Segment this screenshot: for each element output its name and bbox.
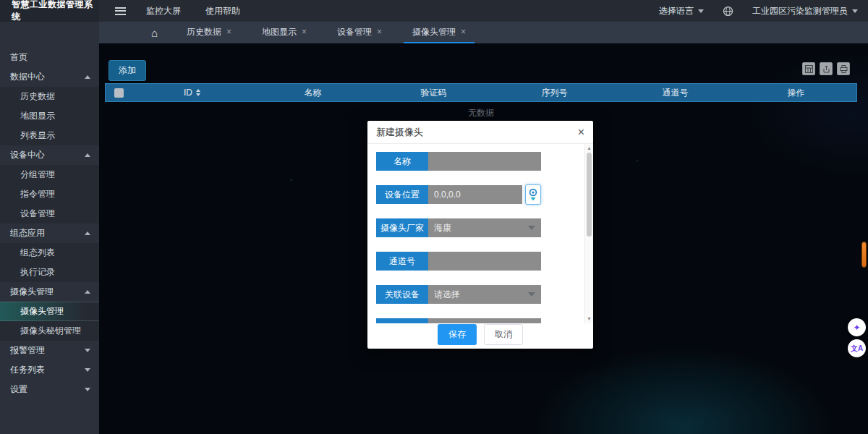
field-label: 关联设备 bbox=[376, 285, 428, 304]
sidebar-group-data-center[interactable]: 数据中心 bbox=[0, 67, 99, 87]
group-label: 任务列表 bbox=[10, 365, 45, 375]
tab-home[interactable]: ⌂ bbox=[144, 22, 165, 43]
sparkle-icon: ✦ bbox=[853, 323, 860, 333]
sidebar-group-task-list[interactable]: 任务列表 bbox=[0, 360, 99, 380]
device-location-input[interactable]: 0.0,0.0 bbox=[428, 185, 522, 204]
sidebar-item-config-list[interactable]: 组态列表 bbox=[0, 243, 99, 263]
table-header: ID 名称 验证码 序列号 通道号 操作 bbox=[105, 83, 857, 102]
sidebar-item-list-display[interactable]: 列表显示 bbox=[0, 126, 99, 145]
tab-history-data[interactable]: 历史数据 × bbox=[178, 22, 240, 43]
column-header-code[interactable]: 验证码 bbox=[373, 87, 494, 99]
save-button[interactable]: 保存 bbox=[438, 324, 477, 345]
sidebar-item-map-display[interactable]: 地图显示 bbox=[0, 106, 99, 126]
sidebar-item-camera-key-management[interactable]: 摄像头秘钥管理 bbox=[0, 321, 99, 341]
home-icon: ⌂ bbox=[151, 27, 158, 39]
printer-icon[interactable] bbox=[837, 62, 850, 75]
field-name: 名称 bbox=[376, 152, 541, 171]
sidebar-item-device-management[interactable]: 设备管理 bbox=[0, 204, 99, 224]
group-label: 设置 bbox=[10, 384, 27, 394]
close-icon[interactable]: × bbox=[226, 27, 231, 36]
field-label: 名称 bbox=[376, 152, 428, 171]
chevron-down-icon bbox=[528, 292, 535, 297]
field-camera-manufacturer: 摄像头厂家 海康 bbox=[376, 218, 541, 237]
sort-icon[interactable] bbox=[196, 89, 200, 96]
sidebar-submenu-camera-management: 摄像头管理 摄像头秘钥管理 bbox=[0, 302, 99, 341]
field-label: 设备位置 bbox=[376, 185, 428, 204]
map-pin-icon bbox=[528, 188, 538, 202]
manufacturer-select[interactable]: 海康 bbox=[428, 218, 541, 237]
scrollbar-thumb[interactable] bbox=[587, 153, 592, 237]
ai-assistant-button[interactable]: ✦ bbox=[848, 318, 866, 336]
sidebar-group-device-center[interactable]: 设备中心 bbox=[0, 145, 99, 165]
menu-item-monitor-screen[interactable]: 监控大屏 bbox=[146, 5, 181, 17]
tab-map-display[interactable]: 地图显示 × bbox=[253, 22, 315, 43]
chevron-down-icon bbox=[85, 388, 90, 391]
sidebar-item-command-management[interactable]: 指令管理 bbox=[0, 184, 99, 204]
column-header-serial[interactable]: 序列号 bbox=[494, 87, 615, 99]
close-icon[interactable]: × bbox=[377, 27, 382, 36]
chevron-up-icon bbox=[85, 153, 90, 157]
associated-device-select[interactable]: 请选择 bbox=[428, 285, 541, 304]
map-pin-button[interactable] bbox=[525, 184, 541, 205]
close-icon[interactable]: × bbox=[578, 127, 584, 138]
page-scrollbar-thumb[interactable] bbox=[861, 242, 867, 268]
group-label: 数据中心 bbox=[10, 72, 45, 82]
new-camera-modal: 新建摄像头 × 名称 设备位置 0.0,0.0 摄像头厂家 bbox=[367, 121, 593, 349]
sidebar-item-history-data[interactable]: 历史数据 bbox=[0, 87, 99, 106]
name-input[interactable] bbox=[428, 152, 541, 171]
table-tools bbox=[802, 62, 850, 75]
column-header-id[interactable]: ID bbox=[132, 88, 252, 98]
column-header-action[interactable]: 操作 bbox=[736, 87, 856, 99]
group-label: 报警管理 bbox=[10, 345, 45, 355]
user-name: 工业园区污染监测管理员 bbox=[752, 5, 848, 17]
language-selector[interactable]: 选择语言 bbox=[659, 5, 704, 17]
chevron-up-icon bbox=[85, 75, 90, 79]
tab-label: 设备管理 bbox=[337, 26, 372, 38]
sidebar-submenu-data-center: 历史数据 地图显示 列表显示 bbox=[0, 87, 99, 145]
sidebar-group-alarm-management[interactable]: 报警管理 bbox=[0, 341, 99, 360]
column-header-channel[interactable]: 通道号 bbox=[615, 87, 736, 99]
chevron-down-icon bbox=[85, 349, 90, 352]
app-screen: 智慧工业数据管理系统 监控大屏 使用帮助 选择语言 工业园区污染监测管理员 ⌂ … bbox=[0, 0, 868, 434]
scroll-up-arrow[interactable]: ▲ bbox=[585, 145, 593, 152]
modal-body: 名称 设备位置 0.0,0.0 摄像头厂家 海康 bbox=[367, 144, 584, 323]
tab-device-management[interactable]: 设备管理 × bbox=[328, 22, 391, 43]
close-icon[interactable]: × bbox=[461, 27, 466, 36]
menu-item-help[interactable]: 使用帮助 bbox=[205, 5, 240, 17]
field-label: 通道号 bbox=[376, 252, 428, 271]
cancel-button[interactable]: 取消 bbox=[484, 324, 523, 345]
modal-header: 新建摄像头 × bbox=[367, 121, 593, 144]
user-menu[interactable]: 工业园区污染监测管理员 bbox=[752, 5, 858, 17]
topbar-right: 选择语言 工业园区污染监测管理员 bbox=[659, 5, 868, 17]
sidebar-item-camera-management[interactable]: 摄像头管理 bbox=[0, 302, 99, 321]
field-channel-number: 通道号 bbox=[376, 252, 541, 271]
sidebar-item-execution-records[interactable]: 执行记录 bbox=[0, 263, 99, 282]
export-icon[interactable] bbox=[820, 62, 833, 75]
collapse-menu-icon[interactable] bbox=[115, 7, 126, 15]
sidebar-group-settings[interactable]: 设置 bbox=[0, 380, 99, 399]
select-all-checkbox[interactable] bbox=[114, 88, 124, 98]
topbar: 智慧工业数据管理系统 监控大屏 使用帮助 选择语言 工业园区污染监测管理员 bbox=[0, 0, 868, 22]
translate-icon: 文A bbox=[851, 344, 863, 354]
columns-icon[interactable] bbox=[802, 62, 815, 75]
translate-button[interactable]: 文A bbox=[848, 339, 866, 357]
modal-scrollbar[interactable]: ▲ ▼ bbox=[584, 144, 593, 323]
group-label: 组态应用 bbox=[10, 228, 45, 238]
sidebar-group-camera-management[interactable]: 摄像头管理 bbox=[0, 282, 99, 302]
add-button[interactable]: 添加 bbox=[109, 60, 146, 81]
sidebar-item-home[interactable]: 首页 bbox=[0, 48, 99, 67]
chevron-down-icon bbox=[852, 9, 858, 13]
channel-number-input[interactable] bbox=[428, 252, 541, 271]
sidebar-group-config-app[interactable]: 组态应用 bbox=[0, 224, 99, 243]
sidebar-item-group-management[interactable]: 分组管理 bbox=[0, 165, 99, 184]
selected-value: 请选择 bbox=[434, 289, 460, 301]
close-icon[interactable]: × bbox=[302, 27, 307, 36]
modal-title: 新建摄像头 bbox=[376, 126, 423, 139]
column-header-name[interactable]: 名称 bbox=[252, 87, 373, 99]
tab-camera-management[interactable]: 摄像头管理 × bbox=[404, 22, 475, 43]
selected-value: 海康 bbox=[434, 222, 451, 234]
sidebar: 首页 数据中心 历史数据 地图显示 列表显示 设备中心 分组管理 指令管理 设备… bbox=[0, 22, 99, 434]
modal-footer: 保存 取消 bbox=[367, 320, 593, 349]
field-label: 摄像头厂家 bbox=[376, 218, 428, 237]
globe-icon[interactable] bbox=[723, 6, 733, 17]
